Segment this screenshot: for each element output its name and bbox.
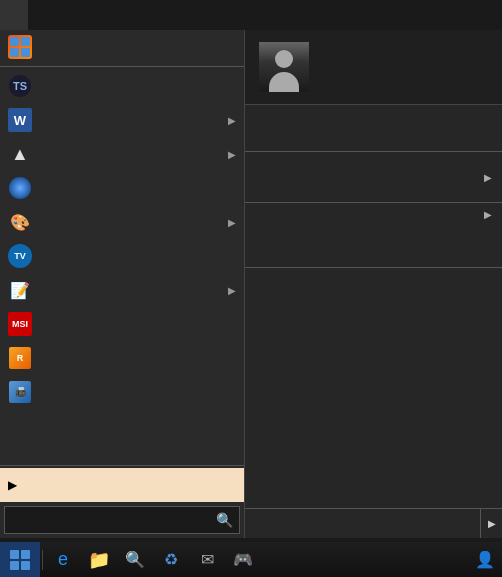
app-fax[interactable]: 📠	[0, 375, 244, 409]
shutdown-button[interactable]	[245, 509, 480, 538]
control-panel-arrow-icon: ▶	[484, 209, 492, 220]
right-panel: ▶ ▶ ▶	[245, 30, 502, 538]
paint-arrow: ▶	[228, 217, 236, 228]
gdrive-arrow: ▶	[228, 149, 236, 160]
taskbar-user-icon[interactable]: 👤	[467, 542, 502, 577]
right-menu-default-programs[interactable]	[245, 235, 502, 249]
app-word[interactable]: W ▶	[0, 103, 244, 137]
games-menu[interactable]	[0, 0, 28, 30]
reflect-icon: R	[8, 346, 32, 370]
teamspeak-icon: TS	[8, 74, 32, 98]
search-icon[interactable]: 🔍	[216, 512, 233, 528]
avatar-image	[259, 42, 309, 92]
right-divider-2	[245, 202, 502, 203]
word-icon: W	[8, 108, 32, 132]
app-teamviewer[interactable]: TV	[0, 239, 244, 273]
right-menu-pictures[interactable]	[245, 119, 502, 133]
right-menu-devices[interactable]	[245, 221, 502, 235]
divider-all-programs	[0, 465, 244, 466]
app-notepad[interactable]: 📝 ▶	[0, 273, 244, 307]
taskbar-sep-1	[42, 550, 43, 570]
right-menu-help[interactable]	[245, 249, 502, 263]
teamviewer-icon: TV	[8, 244, 32, 268]
steam-menu[interactable]	[28, 0, 56, 30]
start-menu: TS W ▶ ▲ ▶	[0, 30, 502, 538]
taskbar-search-icon[interactable]: 🔍	[117, 542, 153, 577]
right-menu-music[interactable]	[245, 133, 502, 147]
right-menu-documents[interactable]	[245, 105, 502, 119]
shutdown-bar: ▶	[245, 508, 502, 538]
right-menu-run[interactable]	[245, 272, 502, 286]
start-screen-icon	[8, 35, 32, 59]
app-paint[interactable]: 🎨 ▶	[0, 205, 244, 239]
right-divider-1	[245, 151, 502, 152]
app-teamspeak[interactable]: TS	[0, 69, 244, 103]
recent-arrow-icon: ▶	[484, 172, 492, 183]
bottom-taskbar: e 📁 🔍 ♻ ✉ 🎮 👤	[0, 542, 502, 577]
right-menu-recent[interactable]: ▶	[245, 170, 502, 184]
right-menu-control-panel[interactable]: ▶	[245, 207, 502, 221]
right-menu-games[interactable]	[245, 156, 502, 170]
paint-icon: 🎨	[8, 210, 32, 234]
taskbar-mail-icon[interactable]: ✉	[189, 542, 225, 577]
divider-1	[0, 66, 244, 67]
windows-logo-icon	[10, 550, 30, 570]
search-input[interactable]	[11, 513, 216, 527]
top-taskbar	[0, 0, 502, 30]
shutdown-arrow-button[interactable]: ▶	[480, 509, 502, 538]
taskbar-recycle-icon[interactable]: ♻	[153, 542, 189, 577]
search-bar: 🔍	[4, 506, 240, 534]
left-panel: TS W ▶ ▲ ▶	[0, 30, 245, 538]
taskbar-explorer-icon[interactable]: 📁	[81, 542, 117, 577]
app-helium[interactable]	[0, 171, 244, 205]
helium-icon	[8, 176, 32, 200]
user-avatar[interactable]	[259, 42, 309, 92]
all-programs-item[interactable]: ▶	[0, 468, 244, 502]
taskbar-game-icon[interactable]: 🎮	[225, 542, 261, 577]
all-programs-arrow-icon: ▶	[8, 478, 17, 492]
app-start-screen[interactable]	[0, 30, 244, 64]
fax-icon: 📠	[8, 380, 32, 404]
right-divider-3	[245, 267, 502, 268]
notepad-arrow: ▶	[228, 285, 236, 296]
app-gdrive[interactable]: ▲ ▶	[0, 137, 244, 171]
apps-list: TS W ▶ ▲ ▶	[0, 30, 244, 463]
notepad-icon: 📝	[8, 278, 32, 302]
word-arrow: ▶	[228, 115, 236, 126]
user-section	[245, 30, 502, 105]
right-menu-thispc[interactable]	[245, 184, 502, 198]
gdrive-icon: ▲	[8, 142, 32, 166]
taskbar-ie-icon[interactable]: e	[45, 542, 81, 577]
shutdown-arrow-icon: ▶	[488, 518, 496, 529]
app-reflect[interactable]: R	[0, 341, 244, 375]
app-msi[interactable]: MSI	[0, 307, 244, 341]
start-button[interactable]	[0, 542, 40, 577]
msi-icon: MSI	[8, 312, 32, 336]
